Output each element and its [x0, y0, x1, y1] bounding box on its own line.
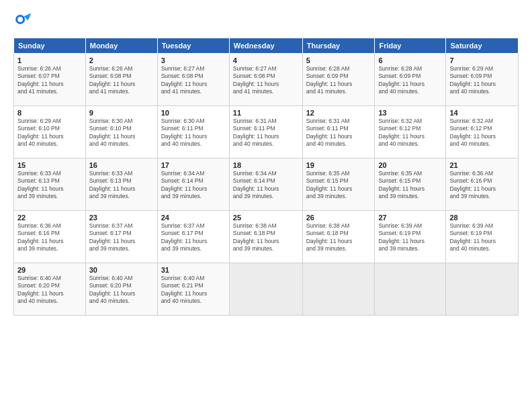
- day-info: Sunrise: 6:33 AM Sunset: 6:13 PM Dayligh…: [89, 170, 154, 201]
- svg-marker-2: [24, 13, 32, 21]
- calendar-cell: 15Sunrise: 6:33 AM Sunset: 6:13 PM Dayli…: [14, 158, 86, 211]
- calendar-cell: 31Sunrise: 6:40 AM Sunset: 6:21 PM Dayli…: [157, 263, 229, 316]
- calendar-cell: 5Sunrise: 6:28 AM Sunset: 6:09 PM Daylig…: [302, 54, 375, 106]
- day-info: Sunrise: 6:40 AM Sunset: 6:20 PM Dayligh…: [17, 275, 82, 306]
- calendar-cell: 9Sunrise: 6:30 AM Sunset: 6:10 PM Daylig…: [85, 106, 157, 158]
- day-number: 27: [378, 214, 442, 222]
- day-info: Sunrise: 6:36 AM Sunset: 6:16 PM Dayligh…: [17, 222, 82, 253]
- day-info: Sunrise: 6:39 AM Sunset: 6:19 PM Dayligh…: [378, 222, 442, 253]
- day-info: Sunrise: 6:29 AM Sunset: 6:09 PM Dayligh…: [449, 65, 515, 96]
- day-number: 10: [161, 109, 226, 117]
- day-info: Sunrise: 6:26 AM Sunset: 6:07 PM Dayligh…: [17, 65, 82, 96]
- calendar-cell: 28Sunrise: 6:39 AM Sunset: 6:19 PM Dayli…: [446, 211, 519, 263]
- weekday-header-row: SundayMondayTuesdayWednesdayThursdayFrid…: [14, 38, 519, 54]
- calendar-cell: 24Sunrise: 6:37 AM Sunset: 6:17 PM Dayli…: [157, 211, 229, 263]
- calendar-cell: 25Sunrise: 6:38 AM Sunset: 6:18 PM Dayli…: [229, 211, 302, 263]
- day-number: 12: [306, 109, 371, 117]
- weekday-sunday: Sunday: [14, 38, 86, 54]
- week-row-5: 29Sunrise: 6:40 AM Sunset: 6:20 PM Dayli…: [14, 263, 519, 316]
- weekday-monday: Monday: [85, 38, 157, 54]
- weekday-thursday: Thursday: [302, 38, 375, 54]
- day-number: 9: [89, 109, 154, 117]
- day-info: Sunrise: 6:32 AM Sunset: 6:12 PM Dayligh…: [378, 118, 442, 148]
- weekday-friday: Friday: [375, 38, 446, 54]
- day-number: 5: [306, 56, 371, 64]
- calendar-cell: [375, 263, 446, 316]
- calendar-cell: 29Sunrise: 6:40 AM Sunset: 6:20 PM Dayli…: [14, 263, 86, 316]
- week-row-2: 8Sunrise: 6:29 AM Sunset: 6:10 PM Daylig…: [14, 106, 519, 158]
- calendar-cell: 10Sunrise: 6:30 AM Sunset: 6:11 PM Dayli…: [157, 106, 229, 158]
- day-number: 26: [306, 214, 371, 222]
- day-number: 18: [233, 161, 299, 169]
- calendar-cell: 14Sunrise: 6:32 AM Sunset: 6:12 PM Dayli…: [446, 106, 519, 158]
- day-number: 22: [17, 214, 82, 222]
- day-info: Sunrise: 6:30 AM Sunset: 6:11 PM Dayligh…: [161, 118, 226, 148]
- calendar-cell: 2Sunrise: 6:26 AM Sunset: 6:08 PM Daylig…: [85, 54, 157, 106]
- calendar-cell: 13Sunrise: 6:32 AM Sunset: 6:12 PM Dayli…: [375, 106, 446, 158]
- calendar-cell: 27Sunrise: 6:39 AM Sunset: 6:19 PM Dayli…: [375, 211, 446, 263]
- calendar-cell: 17Sunrise: 6:34 AM Sunset: 6:14 PM Dayli…: [157, 158, 229, 211]
- day-info: Sunrise: 6:32 AM Sunset: 6:12 PM Dayligh…: [449, 118, 515, 148]
- day-info: Sunrise: 6:34 AM Sunset: 6:14 PM Dayligh…: [233, 170, 299, 201]
- calendar-cell: 3Sunrise: 6:27 AM Sunset: 6:08 PM Daylig…: [157, 54, 229, 106]
- logo: [13, 12, 34, 31]
- week-row-3: 15Sunrise: 6:33 AM Sunset: 6:13 PM Dayli…: [14, 158, 519, 211]
- calendar-cell: 23Sunrise: 6:37 AM Sunset: 6:17 PM Dayli…: [85, 211, 157, 263]
- calendar-cell: 8Sunrise: 6:29 AM Sunset: 6:10 PM Daylig…: [14, 106, 86, 158]
- day-number: 2: [89, 56, 154, 64]
- day-info: Sunrise: 6:28 AM Sunset: 6:09 PM Dayligh…: [378, 65, 442, 96]
- day-info: Sunrise: 6:37 AM Sunset: 6:17 PM Dayligh…: [89, 222, 154, 253]
- weekday-saturday: Saturday: [446, 38, 519, 54]
- day-number: 23: [89, 214, 154, 222]
- day-info: Sunrise: 6:35 AM Sunset: 6:15 PM Dayligh…: [306, 170, 371, 201]
- day-number: 1: [17, 56, 82, 64]
- page: SundayMondayTuesdayWednesdayThursdayFrid…: [0, 0, 532, 411]
- calendar-table: SundayMondayTuesdayWednesdayThursdayFrid…: [13, 38, 519, 316]
- day-number: 6: [378, 56, 442, 64]
- logo-icon: [13, 12, 32, 31]
- day-info: Sunrise: 6:40 AM Sunset: 6:20 PM Dayligh…: [89, 275, 154, 306]
- day-info: Sunrise: 6:27 AM Sunset: 6:08 PM Dayligh…: [233, 65, 299, 96]
- day-info: Sunrise: 6:38 AM Sunset: 6:18 PM Dayligh…: [306, 222, 371, 253]
- calendar-cell: 21Sunrise: 6:36 AM Sunset: 6:16 PM Dayli…: [446, 158, 519, 211]
- calendar-cell: 18Sunrise: 6:34 AM Sunset: 6:14 PM Dayli…: [229, 158, 302, 211]
- day-info: Sunrise: 6:39 AM Sunset: 6:19 PM Dayligh…: [449, 222, 515, 253]
- day-number: 24: [161, 214, 226, 222]
- day-info: Sunrise: 6:28 AM Sunset: 6:09 PM Dayligh…: [306, 65, 371, 96]
- day-number: 21: [449, 161, 515, 169]
- day-number: 13: [378, 109, 442, 117]
- week-row-1: 1Sunrise: 6:26 AM Sunset: 6:07 PM Daylig…: [14, 54, 519, 106]
- day-info: Sunrise: 6:38 AM Sunset: 6:18 PM Dayligh…: [233, 222, 299, 253]
- calendar-cell: 16Sunrise: 6:33 AM Sunset: 6:13 PM Dayli…: [85, 158, 157, 211]
- day-number: 14: [449, 109, 515, 117]
- calendar-cell: [302, 263, 375, 316]
- day-info: Sunrise: 6:29 AM Sunset: 6:10 PM Dayligh…: [17, 118, 82, 148]
- calendar-cell: 26Sunrise: 6:38 AM Sunset: 6:18 PM Dayli…: [302, 211, 375, 263]
- weekday-tuesday: Tuesday: [157, 38, 229, 54]
- calendar-cell: 11Sunrise: 6:31 AM Sunset: 6:11 PM Dayli…: [229, 106, 302, 158]
- calendar-cell: 4Sunrise: 6:27 AM Sunset: 6:08 PM Daylig…: [229, 54, 302, 106]
- weekday-wednesday: Wednesday: [229, 38, 302, 54]
- day-number: 17: [161, 161, 226, 169]
- calendar-cell: 20Sunrise: 6:35 AM Sunset: 6:15 PM Dayli…: [375, 158, 446, 211]
- day-info: Sunrise: 6:33 AM Sunset: 6:13 PM Dayligh…: [17, 170, 82, 201]
- day-info: Sunrise: 6:36 AM Sunset: 6:16 PM Dayligh…: [449, 170, 515, 201]
- day-info: Sunrise: 6:34 AM Sunset: 6:14 PM Dayligh…: [161, 170, 226, 201]
- day-number: 15: [17, 161, 82, 169]
- header: [13, 12, 519, 31]
- day-number: 19: [306, 161, 371, 169]
- day-number: 4: [233, 56, 299, 64]
- day-info: Sunrise: 6:35 AM Sunset: 6:15 PM Dayligh…: [378, 170, 442, 201]
- calendar-cell: 22Sunrise: 6:36 AM Sunset: 6:16 PM Dayli…: [14, 211, 86, 263]
- day-number: 11: [233, 109, 299, 117]
- day-number: 16: [89, 161, 154, 169]
- day-number: 29: [17, 266, 82, 274]
- day-number: 8: [17, 109, 82, 117]
- day-info: Sunrise: 6:40 AM Sunset: 6:21 PM Dayligh…: [161, 275, 226, 306]
- day-number: 31: [161, 266, 226, 274]
- day-info: Sunrise: 6:31 AM Sunset: 6:11 PM Dayligh…: [306, 118, 371, 148]
- day-info: Sunrise: 6:30 AM Sunset: 6:10 PM Dayligh…: [89, 118, 154, 148]
- day-info: Sunrise: 6:26 AM Sunset: 6:08 PM Dayligh…: [89, 65, 154, 96]
- calendar-cell: 30Sunrise: 6:40 AM Sunset: 6:20 PM Dayli…: [85, 263, 157, 316]
- day-info: Sunrise: 6:31 AM Sunset: 6:11 PM Dayligh…: [233, 118, 299, 148]
